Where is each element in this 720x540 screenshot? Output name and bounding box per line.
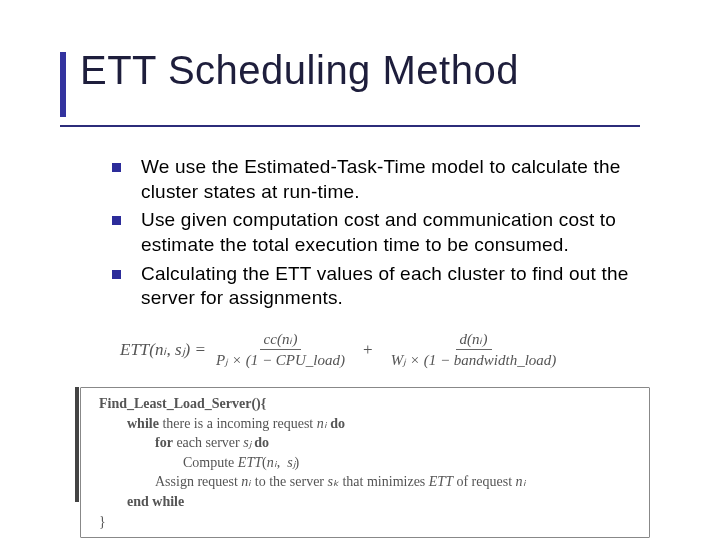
bullet-list: We use the Estimated-Task-Time model to … <box>112 155 652 315</box>
bullet-icon <box>112 270 121 279</box>
title-accent-bar <box>60 52 66 117</box>
formula-lhs: ETT(nᵢ, sⱼ) = <box>120 339 206 360</box>
slide-title: ETT Scheduling Method <box>80 48 519 93</box>
algo-left-bar <box>75 387 79 502</box>
list-item: Use given computation cost and communica… <box>112 208 652 257</box>
fraction-1: cc(nᵢ) Pⱼ × (1 − CPU_load) <box>212 330 349 369</box>
list-item: Calculating the ETT values of each clust… <box>112 262 652 311</box>
bullet-text: Use given computation cost and communica… <box>141 208 652 257</box>
bullet-text: We use the Estimated-Task-Time model to … <box>141 155 652 204</box>
fraction-2: d(nᵢ) Wⱼ × (1 − bandwidth_load) <box>387 330 561 369</box>
bullet-icon <box>112 216 121 225</box>
frac1-numerator: cc(nᵢ) <box>260 330 302 350</box>
frac2-denominator: Wⱼ × (1 − bandwidth_load) <box>387 350 561 369</box>
formula: ETT(nᵢ, sⱼ) = cc(nᵢ) Pⱼ × (1 − CPU_load)… <box>120 330 660 381</box>
list-item: We use the Estimated-Task-Time model to … <box>112 155 652 204</box>
frac2-numerator: d(nᵢ) <box>456 330 492 350</box>
algorithm-box: Find_Least_Load_Server(){ while there is… <box>80 387 650 538</box>
bullet-text: Calculating the ETT values of each clust… <box>141 262 652 311</box>
frac1-denominator: Pⱼ × (1 − CPU_load) <box>212 350 349 369</box>
title-underline <box>60 125 640 127</box>
bullet-icon <box>112 163 121 172</box>
algo-line-1: Find_Least_Load_Server(){ <box>99 396 266 411</box>
plus-sign: + <box>363 340 373 360</box>
